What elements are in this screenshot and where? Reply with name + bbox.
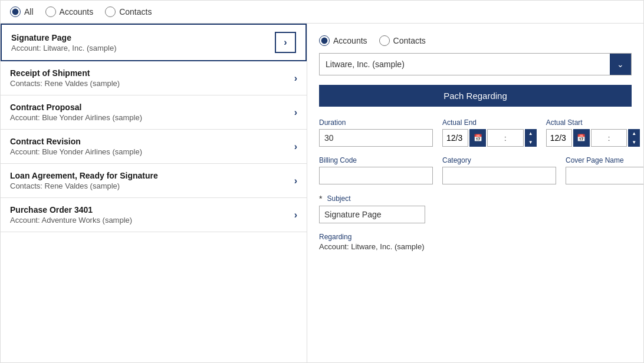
list-item-title: Loan Agreement, Ready for Signature — [10, 171, 294, 180]
list-item-chevron-button[interactable]: › — [275, 32, 296, 53]
actual-end-time-group: : — [487, 129, 524, 147]
list-item[interactable]: Purchase Order 3401 Account: Adventure W… — [1, 198, 307, 232]
actual-start-time-spin: ▲ ▼ — [628, 129, 640, 147]
radio-accounts-right[interactable] — [319, 35, 330, 46]
actual-end-date-input[interactable] — [442, 129, 468, 147]
category-label: Category — [442, 156, 556, 164]
actual-end-field-group: Actual End 📅 : ▲ ▼ — [442, 118, 537, 147]
list-item-title: Contract Revision — [10, 137, 294, 146]
billing-code-field-group: Billing Code — [319, 156, 433, 184]
radio-accounts-label: Accounts — [60, 7, 94, 16]
category-field-group: Category — [442, 156, 556, 184]
main-container: All Accounts Contacts Signature Page Acc… — [0, 0, 644, 363]
radio-item-contacts-right[interactable]: Contacts — [379, 35, 426, 46]
left-panel: Signature Page Account: Litware, Inc. (s… — [1, 24, 307, 362]
list-item-subtitle: Account: Blue Yonder Airlines (sample) — [10, 147, 294, 156]
chevron-right-icon: › — [294, 176, 297, 186]
right-radio-group: Accounts Contacts — [319, 35, 632, 46]
dropdown-chevron-button[interactable]: ⌄ — [610, 54, 631, 75]
regarding-label: Regarding — [319, 233, 632, 241]
list-item-content: Contract Revision Account: Blue Yonder A… — [10, 137, 294, 156]
calendar-icon: 📅 — [474, 134, 482, 142]
duration-label: Duration — [319, 118, 433, 127]
radio-item-accounts-right[interactable]: Accounts — [319, 35, 367, 46]
actual-start-field-group: Actual Start 📅 : ▲ ▼ — [546, 118, 640, 147]
duration-field-group: Duration — [319, 118, 433, 147]
actual-start-time-input[interactable] — [592, 133, 608, 144]
actual-start-time-down-button[interactable]: ▼ — [628, 138, 640, 147]
subject-row: * Subject — [319, 194, 632, 223]
radio-all[interactable] — [10, 6, 21, 17]
list-item-subtitle: Account: Litware, Inc. (sample) — [11, 44, 275, 52]
actual-start-calendar-button[interactable]: 📅 — [573, 129, 590, 147]
right-panel: Accounts Contacts ⌄ Pach Regarding — [307, 24, 643, 362]
subject-label: Subject — [327, 194, 350, 203]
list-item-content: Signature Page Account: Litware, Inc. (s… — [11, 33, 275, 52]
list-item[interactable]: Signature Page Account: Litware, Inc. (s… — [1, 24, 307, 61]
top-filter-radio-group: All Accounts Contacts — [10, 6, 152, 17]
actual-end-time-input[interactable] — [488, 133, 504, 144]
cover-page-name-field-group: Cover Page Name — [566, 156, 643, 184]
chevron-right-icon: › — [294, 210, 297, 220]
regarding-section: Regarding Account: Litware, Inc. (sample… — [319, 233, 632, 251]
actual-end-time-spin: ▲ ▼ — [525, 129, 537, 147]
chevron-right-icon: › — [294, 107, 297, 118]
actual-end-time-input2[interactable] — [507, 133, 523, 144]
chevron-right-icon: › — [294, 141, 297, 152]
actual-start-time-up-button[interactable]: ▲ — [628, 129, 640, 138]
actual-start-time-input2[interactable] — [610, 133, 626, 144]
list-item-subtitle: Account: Blue Yonder Airlines (sample) — [10, 113, 294, 122]
actual-start-date-input[interactable] — [546, 129, 572, 147]
list-item-content: Purchase Order 3401 Account: Adventure W… — [10, 205, 294, 225]
actual-end-time-down-button[interactable]: ▼ — [525, 138, 537, 147]
radio-accounts-right-label: Accounts — [333, 36, 367, 45]
list-item-subtitle: Contacts: Rene Valdes (sample) — [10, 79, 294, 88]
list-item[interactable]: Loan Agreement, Ready for Signature Cont… — [1, 164, 307, 198]
billing-code-input[interactable] — [319, 167, 433, 184]
list-item-content: Receipt of Shipment Contacts: Rene Valde… — [10, 68, 294, 88]
actual-end-label: Actual End — [442, 118, 537, 127]
required-star: * — [319, 194, 322, 203]
cover-page-name-input[interactable] — [566, 167, 643, 184]
patch-regarding-button[interactable]: Pach Regarding — [319, 85, 632, 107]
actual-start-label: Actual Start — [546, 118, 640, 127]
category-input[interactable] — [442, 167, 556, 184]
cover-page-name-label: Cover Page Name — [566, 156, 643, 164]
list-item-title: Purchase Order 3401 — [10, 205, 294, 214]
content-area: Signature Page Account: Litware, Inc. (s… — [1, 24, 643, 362]
list-item-title: Receipt of Shipment — [10, 68, 294, 78]
list-item[interactable]: Receipt of Shipment Contacts: Rene Valde… — [1, 61, 307, 95]
radio-item-contacts[interactable]: Contacts — [105, 6, 152, 17]
actual-start-date-row: 📅 : ▲ ▼ — [546, 129, 640, 147]
chevron-right-icon: › — [284, 37, 287, 48]
radio-item-all[interactable]: All — [10, 6, 34, 17]
account-dropdown-input[interactable] — [320, 55, 610, 74]
calendar-icon: 📅 — [577, 134, 586, 142]
fields-grid-row1: Duration Actual End 📅 : — [319, 118, 632, 147]
list-item-content: Loan Agreement, Ready for Signature Cont… — [10, 171, 294, 190]
radio-contacts-label: Contacts — [119, 7, 152, 16]
radio-accounts[interactable] — [45, 6, 56, 17]
radio-contacts-right-label: Contacts — [393, 36, 426, 45]
subject-input[interactable] — [319, 206, 425, 223]
top-bar: All Accounts Contacts — [1, 1, 643, 24]
actual-end-calendar-button[interactable]: 📅 — [469, 129, 486, 147]
chevron-right-icon: › — [294, 73, 297, 84]
radio-contacts-right[interactable] — [379, 35, 390, 46]
actual-start-time-group: : — [591, 129, 627, 147]
actual-end-time-up-button[interactable]: ▲ — [525, 129, 537, 138]
list-item[interactable]: Contract Revision Account: Blue Yonder A… — [1, 130, 307, 164]
duration-input[interactable] — [319, 129, 433, 147]
list-item-title: Contract Proposal — [10, 103, 294, 112]
list-item[interactable]: Contract Proposal Account: Blue Yonder A… — [1, 95, 307, 130]
radio-contacts[interactable] — [105, 6, 116, 17]
list-item-subtitle: Account: Adventure Works (sample) — [10, 216, 294, 225]
account-dropdown[interactable]: ⌄ — [319, 53, 632, 75]
regarding-value: Account: Litware, Inc. (sample) — [319, 242, 632, 251]
radio-item-accounts[interactable]: Accounts — [45, 6, 94, 17]
radio-all-label: All — [24, 7, 34, 16]
fields-grid-row2: Billing Code Category Cover Page Name — [319, 156, 632, 184]
actual-end-date-row: 📅 : ▲ ▼ — [442, 129, 537, 147]
list-item-content: Contract Proposal Account: Blue Yonder A… — [10, 103, 294, 122]
list-item-title: Signature Page — [11, 33, 275, 42]
